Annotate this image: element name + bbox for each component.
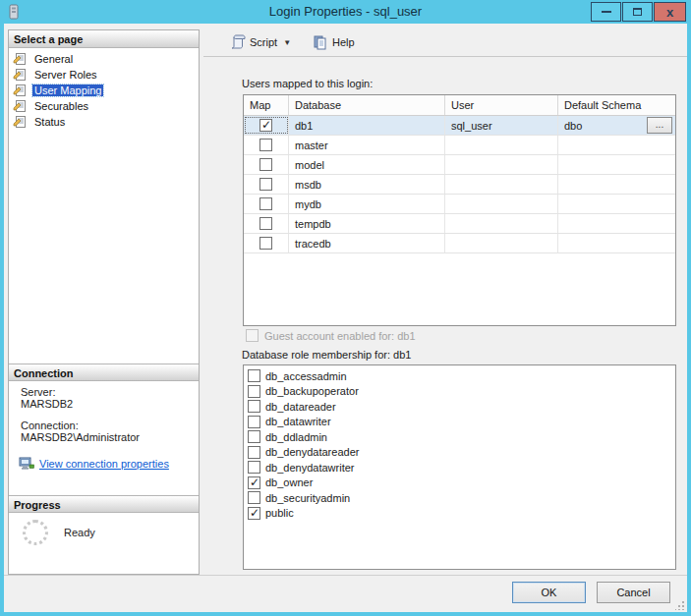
map-checkbox[interactable] xyxy=(259,178,272,191)
role-label: db_denydatareader xyxy=(265,446,359,458)
sidebar-item-label: Server Roles xyxy=(32,69,99,81)
script-icon xyxy=(230,34,246,50)
map-cell xyxy=(244,155,289,174)
window-border-right xyxy=(687,24,691,616)
default-schema-cell[interactable] xyxy=(558,136,675,154)
page-icon xyxy=(13,84,29,97)
sidebar-item-status[interactable]: Status xyxy=(9,114,199,130)
database-cell[interactable]: msdb xyxy=(289,175,445,194)
database-cell[interactable]: tracedb xyxy=(289,234,445,252)
role-checkbox[interactable] xyxy=(248,400,260,413)
user-cell[interactable] xyxy=(445,234,558,252)
sidebar-item-general[interactable]: General xyxy=(9,51,199,67)
table-row-tempdb[interactable]: tempdb xyxy=(244,214,675,234)
table-row-model[interactable]: model xyxy=(244,155,675,175)
maximize-icon xyxy=(633,8,642,16)
title-bar: Login Properties - sql_user x xyxy=(0,0,691,24)
user-cell[interactable] xyxy=(445,155,558,174)
default-schema-cell[interactable]: dbo... xyxy=(558,116,675,135)
default-schema-cell[interactable] xyxy=(558,195,675,213)
sidebar-item-label: General xyxy=(32,53,75,65)
table-row-mydb[interactable]: mydb xyxy=(244,195,675,214)
page-icon xyxy=(13,52,29,66)
table-body: db1sql_userdbo...mastermodelmsdbmydbtemp… xyxy=(244,116,675,253)
default-schema-cell[interactable] xyxy=(558,155,675,174)
map-checkbox[interactable] xyxy=(259,237,272,250)
database-cell[interactable]: mydb xyxy=(289,195,445,213)
role-checkbox[interactable] xyxy=(248,507,260,520)
window-controls: x xyxy=(590,2,686,22)
role-label: db_datareader xyxy=(265,401,336,413)
role-label: db_denydatawriter xyxy=(265,462,355,474)
user-cell[interactable]: sql_user xyxy=(445,116,558,135)
database-cell[interactable]: tempdb xyxy=(289,214,445,233)
table-row-db1[interactable]: db1sql_userdbo... xyxy=(244,116,675,136)
user-cell[interactable] xyxy=(445,195,558,213)
role-item-db-denydatareader[interactable]: db_denydatareader xyxy=(248,445,675,461)
role-checkbox[interactable] xyxy=(248,369,260,382)
view-connection-properties-link[interactable]: View connection properties xyxy=(39,458,169,470)
map-checkbox[interactable] xyxy=(259,139,272,151)
map-cell xyxy=(244,136,289,154)
role-checkbox[interactable] xyxy=(248,476,260,489)
minimize-button[interactable] xyxy=(591,2,621,22)
map-checkbox[interactable] xyxy=(259,197,272,210)
role-checkbox[interactable] xyxy=(248,491,260,504)
role-checkbox[interactable] xyxy=(248,416,260,428)
database-cell[interactable]: model xyxy=(289,155,445,174)
role-item-db-datareader[interactable]: db_datareader xyxy=(248,399,675,415)
user-cell[interactable] xyxy=(445,136,558,154)
connection-value: MARSDB2\Administrator xyxy=(9,431,199,451)
ok-button[interactable]: OK xyxy=(512,582,586,603)
database-roles-list[interactable]: db_accessadmindb_backupoperatordb_datare… xyxy=(243,364,676,570)
role-item-db-ddladmin[interactable]: db_ddladmin xyxy=(248,429,675,445)
sidebar-item-server-roles[interactable]: Server Roles xyxy=(9,67,199,83)
role-item-db-accessadmin[interactable]: db_accessadmin xyxy=(248,368,675,384)
minimize-icon xyxy=(602,11,611,13)
default-schema-cell[interactable] xyxy=(558,214,675,233)
cancel-button[interactable]: Cancel xyxy=(597,582,670,603)
role-checkbox[interactable] xyxy=(248,461,260,474)
role-item-public[interactable]: public xyxy=(248,506,675,522)
default-schema-cell[interactable] xyxy=(558,234,675,252)
resize-grip[interactable] xyxy=(675,600,685,610)
sidebar-item-user-mapping[interactable]: User Mapping xyxy=(9,83,199,98)
table-row-tracedb[interactable]: tracedb xyxy=(244,234,675,253)
select-a-page-header: Select a page xyxy=(9,30,199,48)
window-border-bottom xyxy=(0,612,691,616)
table-row-master[interactable]: master xyxy=(244,136,675,155)
browse-schema-button[interactable]: ... xyxy=(647,117,672,134)
close-button[interactable]: x xyxy=(654,2,686,22)
map-checkbox[interactable] xyxy=(259,119,272,132)
role-checkbox[interactable] xyxy=(248,446,260,459)
role-checkbox[interactable] xyxy=(248,385,260,398)
role-checkbox[interactable] xyxy=(248,430,260,443)
map-cell xyxy=(244,116,289,135)
script-button-label: Script xyxy=(250,36,277,48)
map-cell xyxy=(244,195,289,213)
column-header-user: User xyxy=(445,95,558,115)
chevron-down-icon: ▼ xyxy=(283,38,291,47)
maximize-button[interactable] xyxy=(622,2,653,22)
database-cell[interactable]: db1 xyxy=(289,116,445,135)
map-checkbox[interactable] xyxy=(259,158,272,171)
database-cell[interactable]: master xyxy=(289,136,445,154)
help-button[interactable]: Help xyxy=(309,32,359,52)
column-header-map: Map xyxy=(244,95,289,115)
map-checkbox[interactable] xyxy=(259,217,272,230)
guest-account-row: Guest account enabled for: db1 xyxy=(246,329,416,342)
role-item-db-backupoperator[interactable]: db_backupoperator xyxy=(248,384,675,400)
map-cell xyxy=(244,214,289,233)
role-item-db-datawriter[interactable]: db_datawriter xyxy=(248,415,675,430)
role-item-db-securityadmin[interactable]: db_securityadmin xyxy=(248,490,675,506)
script-button[interactable]: Script ▼ xyxy=(226,32,295,52)
user-cell[interactable] xyxy=(445,214,558,233)
role-item-db-owner[interactable]: db_owner xyxy=(248,476,675,491)
map-cell xyxy=(244,234,289,252)
sidebar-item-securables[interactable]: Securables xyxy=(9,98,199,114)
user-mapping-table[interactable]: MapDatabaseUserDefault Schema db1sql_use… xyxy=(243,94,676,326)
role-item-db-denydatawriter[interactable]: db_denydatawriter xyxy=(248,460,675,476)
table-row-msdb[interactable]: msdb xyxy=(244,175,675,195)
user-cell[interactable] xyxy=(445,175,558,194)
default-schema-cell[interactable] xyxy=(558,175,675,194)
